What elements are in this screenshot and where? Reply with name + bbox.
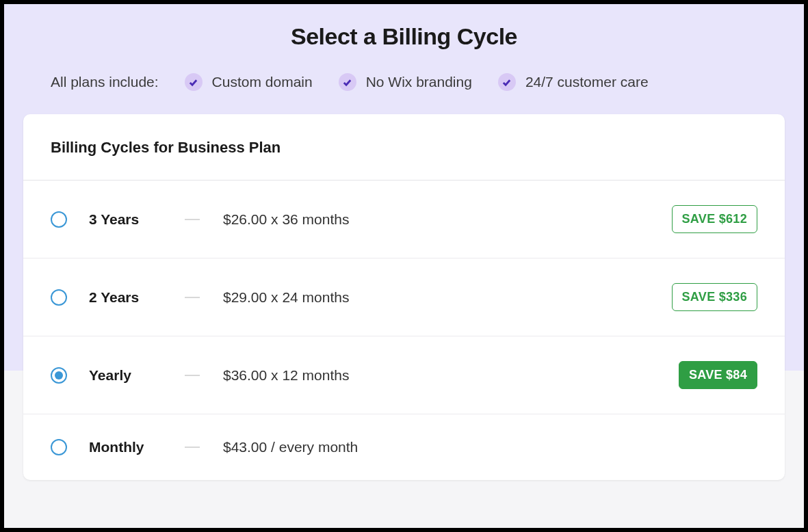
feature-label: Custom domain bbox=[212, 74, 313, 90]
dash-separator bbox=[185, 375, 200, 376]
save-badge: SAVE $336 bbox=[672, 283, 757, 311]
dash-separator bbox=[185, 447, 200, 448]
features-label: All plans include: bbox=[51, 74, 159, 90]
billing-cycle-page: Select a Billing Cycle All plans include… bbox=[4, 4, 804, 528]
option-label: Yearly bbox=[89, 367, 185, 384]
check-icon bbox=[339, 73, 356, 91]
option-price: $29.00 x 24 months bbox=[223, 289, 672, 306]
option-monthly[interactable]: Monthly $43.00 / every month bbox=[23, 414, 785, 480]
save-badge: SAVE $612 bbox=[672, 205, 757, 233]
radio-icon[interactable] bbox=[51, 439, 67, 455]
option-price: $26.00 x 36 months bbox=[223, 211, 672, 228]
option-label: Monthly bbox=[89, 439, 185, 455]
card-title: Billing Cycles for Business Plan bbox=[23, 114, 785, 181]
option-price: $43.00 / every month bbox=[223, 439, 757, 455]
option-price: $36.00 x 12 months bbox=[223, 367, 679, 384]
option-label: 3 Years bbox=[89, 211, 185, 228]
check-icon bbox=[185, 73, 203, 91]
option-yearly[interactable]: Yearly $36.00 x 12 months SAVE $84 bbox=[23, 336, 785, 414]
plan-features-row: All plans include: Custom domain No Wix … bbox=[23, 73, 785, 91]
billing-card: Billing Cycles for Business Plan 3 Years… bbox=[23, 114, 785, 480]
option-2-years[interactable]: 2 Years $29.00 x 24 months SAVE $336 bbox=[23, 258, 785, 336]
radio-icon[interactable] bbox=[51, 211, 67, 228]
dash-separator bbox=[185, 297, 200, 298]
option-3-years[interactable]: 3 Years $26.00 x 36 months SAVE $612 bbox=[23, 181, 785, 258]
feature-label: No Wix branding bbox=[366, 74, 472, 90]
check-icon bbox=[498, 73, 516, 91]
feature-label: 24/7 customer care bbox=[525, 74, 649, 90]
option-label: 2 Years bbox=[89, 289, 185, 306]
radio-icon[interactable] bbox=[51, 367, 67, 384]
radio-icon[interactable] bbox=[51, 289, 67, 306]
feature-no-branding: No Wix branding bbox=[339, 73, 472, 91]
feature-custom-domain: Custom domain bbox=[185, 73, 313, 91]
page-title: Select a Billing Cycle bbox=[23, 23, 785, 50]
dash-separator bbox=[185, 219, 200, 220]
save-badge: SAVE $84 bbox=[679, 361, 757, 389]
feature-customer-care: 24/7 customer care bbox=[498, 73, 649, 91]
